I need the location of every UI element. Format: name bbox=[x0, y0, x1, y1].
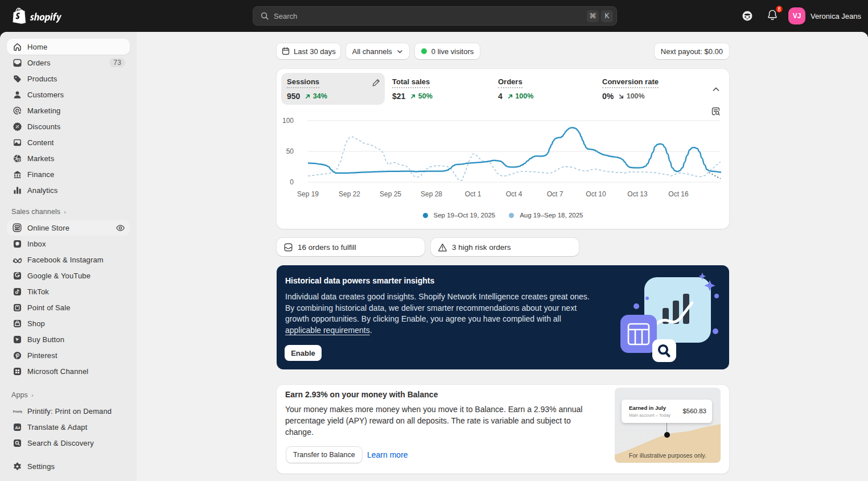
svg-text:Printify: Printify bbox=[13, 410, 22, 413]
svg-text:A: A bbox=[15, 425, 18, 430]
